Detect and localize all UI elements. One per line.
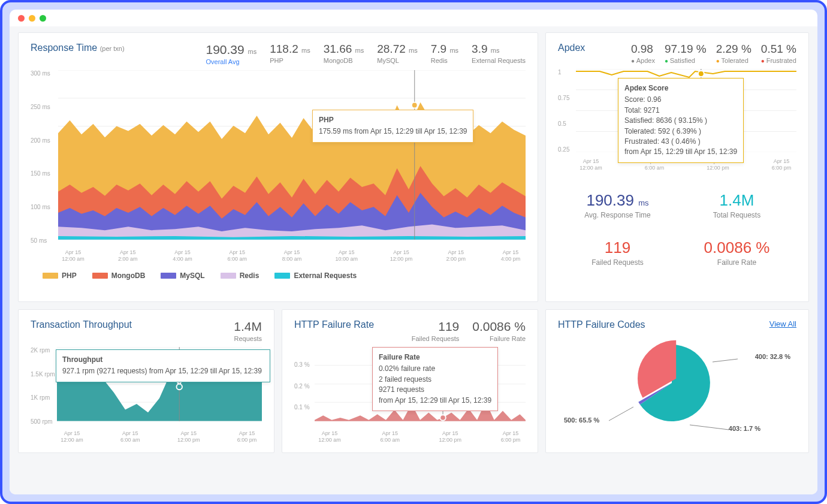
pie-label-500: 500: 65.5 % bbox=[564, 417, 599, 424]
failrate-title: HTTP Failure Rate bbox=[294, 319, 374, 330]
svg-point-15 bbox=[698, 71, 704, 77]
svg-point-8 bbox=[412, 102, 418, 108]
response-x-axis: Apr 1512:00 am Apr 152:00 am Apr 154:00 … bbox=[58, 249, 526, 263]
apdex-title: Apdex bbox=[558, 43, 585, 53]
svg-point-28 bbox=[440, 415, 446, 421]
metric-total-requests: 1.4MTotal Requests bbox=[677, 191, 796, 219]
response-time-legend: PHP MongoDB MySQL Redis External Request… bbox=[31, 271, 526, 280]
failcodes-viewall-link[interactable]: View All bbox=[769, 319, 796, 328]
dashboard-grid: Response Time (per txn) 190.39 ms Overal… bbox=[10, 26, 817, 494]
maximize-icon[interactable] bbox=[40, 15, 46, 22]
minimize-icon[interactable] bbox=[29, 15, 35, 22]
throughput-tooltip: Throughput 927.1 rpm (9271 requests) fro… bbox=[56, 349, 270, 382]
card-throughput: Transaction Throughput 1.4MRequests 2K r… bbox=[18, 309, 274, 453]
window-titlebar bbox=[10, 10, 817, 26]
legend-external[interactable]: External Requests bbox=[274, 271, 357, 280]
pie-label-403: 403: 1.7 % bbox=[729, 425, 760, 432]
response-time-tooltip: PHP 175.59 ms from Apr 15, 12:29 till Ap… bbox=[312, 110, 473, 143]
failcodes-pie[interactable]: 400: 32.8 % 403: 1.7 % 500: 65.5 % bbox=[558, 335, 796, 437]
apdex-big-metrics: 190.39 msAvg. Response Time 1.4MTotal Re… bbox=[558, 191, 796, 267]
legend-mysql[interactable]: MySQL bbox=[161, 271, 204, 280]
apdex-tooltip: Apdex Score Score: 0.96 Total: 9271 Sati… bbox=[618, 78, 744, 163]
response-y-axis: 300 ms250 ms200 ms150 ms100 ms50 ms bbox=[31, 70, 58, 244]
legend-php[interactable]: PHP bbox=[43, 271, 77, 280]
throughput-y-axis: 2K rpm1.5K rpm1K rpm500 rpm bbox=[31, 347, 57, 425]
throughput-x-axis: Apr 1512:00 am Apr 156:00 am Apr 1512:00… bbox=[57, 430, 262, 444]
metric-failed-requests: 119Failed Requests bbox=[558, 239, 677, 267]
response-time-title: Response Time (per txn) bbox=[31, 43, 125, 53]
failrate-x-axis: Apr 1512:00 am Apr 156:00 am Apr 1512:00… bbox=[315, 430, 526, 444]
legend-mongodb[interactable]: MongoDB bbox=[92, 271, 146, 280]
card-apdex: Apdex 0.98Apdex 97.19 %Satisfied 2.29 %T… bbox=[545, 32, 809, 302]
response-time-stats: 190.39 ms Overall Avg 118.2 msPHP 31.66 … bbox=[206, 43, 526, 65]
throughput-title: Transaction Throughput bbox=[31, 319, 132, 330]
app-frame: Response Time (per txn) 190.39 ms Overal… bbox=[0, 0, 827, 504]
apdex-y-axis: 10.750.50.25 bbox=[558, 69, 576, 153]
card-http-failure-codes: HTTP Failure Codes View All 400: 32.8 % … bbox=[545, 309, 809, 453]
failcodes-pie-svg bbox=[624, 335, 720, 431]
svg-point-22 bbox=[177, 384, 183, 390]
failcodes-title: HTTP Failure Codes bbox=[558, 319, 645, 330]
legend-redis[interactable]: Redis bbox=[221, 271, 259, 280]
app-window: Response Time (per txn) 190.39 ms Overal… bbox=[10, 10, 817, 494]
metric-failure-rate: 0.0086 %Failure Rate bbox=[677, 239, 796, 267]
card-http-failure-rate: HTTP Failure Rate 119Failed Requests 0.0… bbox=[282, 309, 538, 453]
failrate-tooltip: Failure Rate 0.02% failure rate 2 failed… bbox=[372, 347, 498, 411]
pie-label-400: 400: 32.8 % bbox=[755, 353, 790, 360]
close-icon[interactable] bbox=[18, 15, 25, 22]
response-time-svg bbox=[58, 70, 526, 240]
failrate-y-axis: 0.3 %0.2 %0.1 % bbox=[294, 347, 315, 425]
metric-avg-response: 190.39 msAvg. Response Time bbox=[558, 191, 677, 219]
response-time-chart[interactable]: 300 ms250 ms200 ms150 ms100 ms50 ms bbox=[31, 70, 526, 244]
card-response-time: Response Time (per txn) 190.39 ms Overal… bbox=[18, 32, 538, 302]
